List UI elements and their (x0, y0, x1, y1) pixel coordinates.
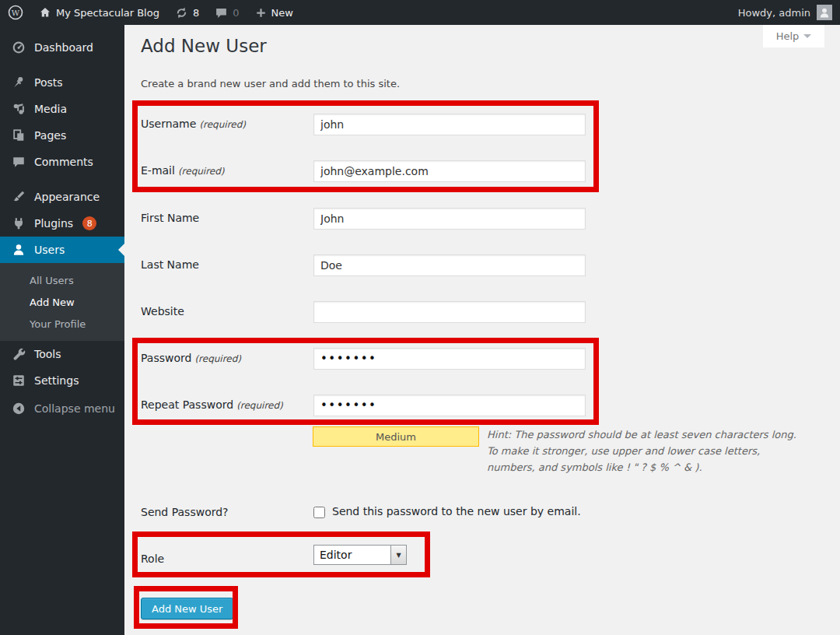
dashboard-icon (11, 40, 26, 54)
sidebar-label: Tools (34, 348, 61, 360)
comments-menu[interactable]: 0 (207, 0, 247, 25)
update-count: 8 (193, 7, 199, 19)
username-label: Username(required) (141, 118, 308, 130)
sidebar-label: Collapse menu (34, 402, 115, 415)
home-icon (39, 6, 51, 19)
sidebar-item-appearance[interactable]: Appearance (0, 184, 124, 210)
user-icon (11, 243, 26, 257)
password-input[interactable] (313, 348, 586, 370)
sidebar-item-plugins[interactable]: Plugins 8 (0, 210, 124, 237)
website-input[interactable] (313, 301, 586, 323)
help-button[interactable]: Help (763, 25, 824, 47)
role-select[interactable]: Editor ▼ (313, 545, 407, 565)
first-name-label: First Name (141, 212, 308, 224)
password-strength-meter: Medium (313, 426, 479, 447)
pages-icon (11, 128, 26, 142)
send-password-label: Send Password? (141, 506, 308, 518)
site-name: My Spectacular Blog (56, 7, 159, 19)
submenu-all-users[interactable]: All Users (0, 269, 124, 291)
sidebar-item-tools[interactable]: Tools (0, 341, 124, 367)
admin-sidebar: Dashboard Posts (0, 25, 124, 635)
send-password-checkbox-label: Send this password to the new user by em… (332, 505, 581, 517)
last-name-label: Last Name (141, 258, 308, 271)
sidebar-label: Pages (34, 129, 66, 142)
plus-icon (255, 7, 267, 19)
sidebar-item-settings[interactable]: Settings (0, 367, 124, 394)
sidebar-item-media[interactable]: Media (0, 96, 124, 122)
submenu-add-new[interactable]: Add New (0, 291, 124, 313)
sidebar-item-posts[interactable]: Posts (0, 69, 124, 96)
new-label: New (271, 7, 293, 19)
select-arrow-icon: ▼ (390, 546, 406, 564)
wordpress-admin-page: W My Spectacular Blog 8 (0, 0, 840, 635)
chevron-down-icon (803, 34, 811, 38)
sidebar-label: Settings (34, 374, 79, 387)
wrench-icon (11, 347, 26, 361)
admin-bar: W My Spectacular Blog 8 (0, 0, 840, 25)
sidebar-label: Media (34, 103, 67, 115)
sidebar-label: Comments (34, 156, 93, 168)
page-title: Add New User (141, 36, 267, 56)
page-description: Create a brand new user and add them to … (141, 78, 400, 89)
send-password-checkbox[interactable] (313, 507, 325, 518)
wordpress-logo-icon: W (8, 5, 23, 20)
role-label: Role (141, 553, 308, 565)
password-hint-area: Medium Hint: The password should be at l… (310, 426, 807, 475)
svg-text:W: W (12, 9, 20, 17)
first-name-input[interactable] (313, 208, 586, 230)
updates-menu[interactable]: 8 (167, 0, 207, 25)
howdy-text[interactable]: Howdy, admin (738, 7, 810, 19)
help-label: Help (776, 30, 800, 42)
last-name-input[interactable] (313, 254, 586, 276)
website-label: Website (141, 305, 308, 318)
sidebar-label: Posts (34, 76, 63, 89)
password-label: Password(required) (141, 352, 308, 364)
submenu-your-profile[interactable]: Your Profile (0, 313, 124, 335)
updates-icon (175, 6, 188, 19)
sidebar-item-comments[interactable]: Comments (0, 149, 124, 175)
sidebar-label: Users (34, 244, 65, 256)
sidebar-item-collapse-menu[interactable]: Collapse menu (0, 395, 124, 422)
password-hint-text: Hint: The password should be at least se… (487, 429, 796, 473)
wp-logo-menu[interactable]: W (0, 0, 31, 25)
collapse-icon (11, 402, 26, 416)
comment-count: 0 (233, 7, 239, 19)
plugins-update-badge: 8 (82, 216, 96, 230)
email-input[interactable] (313, 160, 586, 182)
active-arrow (118, 244, 124, 256)
comment-bubble-icon (215, 6, 228, 19)
sidebar-label: Dashboard (34, 41, 93, 54)
role-selected-value: Editor (314, 549, 390, 561)
main-content: Help Add New User Create a brand new use… (124, 25, 840, 635)
repeat-password-label: Repeat Password(required) (141, 398, 308, 411)
sidebar-item-dashboard[interactable]: Dashboard (0, 34, 124, 61)
sidebar-item-users[interactable]: Users (0, 237, 124, 263)
plug-icon (11, 216, 26, 230)
users-submenu: All Users Add New Your Profile (0, 263, 124, 341)
pushpin-icon (11, 75, 26, 89)
media-icon (11, 102, 26, 116)
email-label: E-mail(required) (141, 164, 308, 177)
sliders-icon (11, 374, 26, 388)
repeat-password-input[interactable] (313, 395, 586, 416)
brush-icon (11, 190, 26, 204)
sidebar-item-pages[interactable]: Pages (0, 122, 124, 149)
new-content-menu[interactable]: New (247, 0, 301, 25)
sidebar-label: Appearance (34, 191, 100, 203)
comments-icon (11, 155, 26, 169)
sidebar-label: Plugins (34, 217, 73, 230)
username-input[interactable] (313, 114, 586, 135)
add-new-user-button[interactable]: Add New User (141, 598, 233, 619)
site-name-menu[interactable]: My Spectacular Blog (31, 0, 167, 25)
avatar[interactable] (817, 5, 832, 20)
